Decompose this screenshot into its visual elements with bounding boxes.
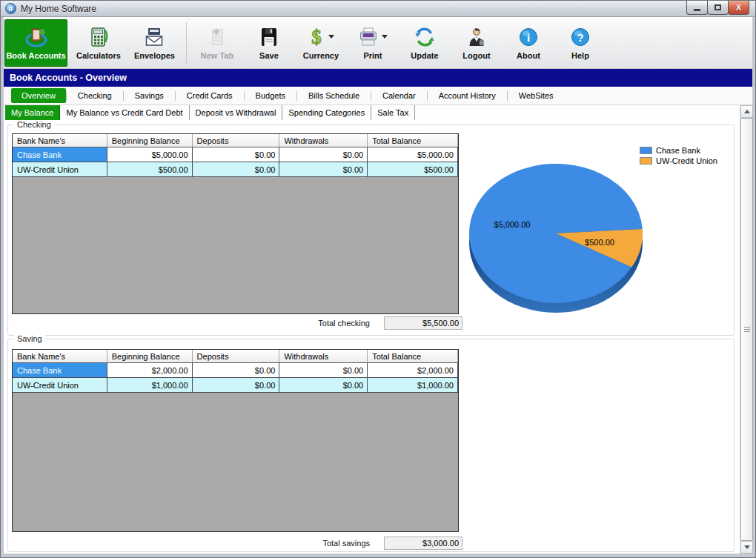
table-cell[interactable]: $0.00 (279, 363, 368, 377)
calculators-button[interactable]: Calculators (72, 19, 125, 67)
table-cell[interactable]: $0.00 (193, 363, 280, 377)
checking-group: Checking Bank Name'sBeginning BalanceDep… (7, 124, 735, 336)
table-cell[interactable]: $0.00 (193, 378, 280, 392)
currency-dropdown-arrow[interactable] (328, 35, 334, 41)
subtab-my-balance-vs-credit-card-debt[interactable]: My Balance vs Credit Card Debt (60, 105, 189, 120)
currency-button[interactable]: $ Currency (297, 19, 345, 67)
column-header[interactable]: Deposits (193, 134, 280, 147)
table-cell[interactable]: $5,000.00 (368, 147, 458, 162)
tab-checking[interactable]: Checking (67, 88, 123, 103)
tab-bills-schedule[interactable]: Bills Schedule (297, 88, 371, 103)
table-cell[interactable]: $5,000.00 (107, 147, 193, 162)
legend-item: UW-Credit Union (640, 156, 717, 165)
table-cell[interactable]: $0.00 (193, 162, 280, 176)
table-cell[interactable]: $1,000.00 (107, 378, 193, 392)
table-cell[interactable]: UW-Credit Union (13, 378, 107, 392)
toolbar-label: Help (571, 51, 589, 60)
column-header[interactable]: Deposits (193, 350, 280, 362)
print-dropdown-arrow[interactable] (382, 35, 388, 41)
table-cell[interactable]: $0.00 (279, 378, 368, 392)
update-sync-icon (414, 26, 436, 48)
column-header[interactable]: Bank Name's (13, 350, 107, 362)
window-title: My Home Software (21, 4, 96, 14)
saving-group-label: Saving (14, 334, 45, 343)
legend-item: Chase Bank (640, 146, 717, 155)
update-button[interactable]: Update (401, 19, 448, 67)
subtab-my-balance[interactable]: My Balance (5, 105, 60, 120)
subtab-spending-categories[interactable]: Spending Categories (282, 105, 371, 120)
toolbar-label: Update (411, 51, 438, 60)
checking-table[interactable]: Bank Name'sBeginning BalanceDepositsWith… (12, 133, 459, 314)
logout-person-icon (465, 26, 488, 48)
book-accounts-button[interactable]: Book Accounts (4, 19, 67, 67)
scroll-down-button[interactable] (740, 541, 753, 554)
column-header[interactable]: Total Balance (368, 350, 458, 362)
toolbar-label: About (517, 51, 540, 60)
book-accounts-icon (25, 26, 47, 48)
table-cell[interactable]: UW-Credit Union (13, 162, 107, 176)
tab-calendar[interactable]: Calendar (371, 88, 427, 103)
save-button[interactable]: Save (245, 19, 293, 67)
column-header[interactable]: Bank Name's (13, 134, 107, 147)
legend-label: Chase Bank (656, 146, 700, 155)
tab-credit-cards[interactable]: Credit Cards (176, 88, 244, 103)
table-row[interactable]: Chase Bank$5,000.00$0.00$0.00$5,000.00 (13, 147, 458, 162)
grid-empty-area (13, 393, 458, 531)
maximize-button[interactable] (707, 1, 729, 15)
section-title: Book Accounts - Overview (10, 73, 127, 83)
total-saving-field[interactable]: $3,000.00 (384, 537, 462, 550)
main-tab-bar: OverviewCheckingSavingsCredit CardsBudge… (4, 87, 752, 105)
close-button[interactable]: X (728, 1, 749, 15)
app-icon (5, 3, 16, 14)
scrollbar-thumb[interactable] (740, 118, 753, 541)
table-cell[interactable]: $500.00 (107, 162, 193, 176)
logout-button[interactable]: Logout (453, 19, 500, 67)
saving-table[interactable]: Bank Name'sBeginning BalanceDepositsWith… (12, 349, 459, 532)
toolbar-label: Currency (303, 51, 339, 60)
vertical-scrollbar[interactable] (740, 105, 752, 554)
table-cell[interactable]: Chase Bank (13, 363, 107, 377)
minimize-button[interactable] (686, 1, 708, 15)
table-cell[interactable]: $0.00 (279, 162, 368, 176)
currency-dollar-icon: $ (307, 26, 326, 48)
about-info-icon: i (517, 26, 540, 48)
new-tab-icon (206, 26, 228, 48)
column-header[interactable]: Withdrawals (279, 134, 368, 147)
table-cell[interactable]: $2,000.00 (107, 363, 193, 377)
envelopes-button[interactable]: Envelopes (130, 19, 179, 67)
tab-overview[interactable]: Overview (11, 88, 66, 103)
column-header[interactable]: Beginning Balance (107, 134, 193, 147)
tab-savings[interactable]: Savings (124, 88, 175, 103)
table-cell[interactable]: Chase Bank (13, 147, 107, 162)
total-saving-row: Total savings $3,000.00 (12, 537, 466, 551)
table-cell[interactable]: $1,000.00 (368, 378, 458, 392)
tab-account-history[interactable]: Account History (428, 88, 507, 103)
table-cell[interactable]: $2,000.00 (368, 363, 458, 377)
tab-websites[interactable]: WebSites (508, 88, 565, 103)
scroll-up-button[interactable] (740, 105, 753, 118)
saving-group: Saving Bank Name'sBeginning BalanceDepos… (7, 339, 735, 552)
print-button[interactable]: Print (349, 19, 397, 67)
checking-pie-chart: $5,000.00$500.00 (460, 140, 660, 318)
svg-text:i: i (527, 32, 530, 44)
subtab-deposit-vs-withdrawal[interactable]: Deposit vs Withdrawal (190, 105, 283, 120)
table-cell[interactable]: $500.00 (368, 162, 458, 176)
column-header[interactable]: Total Balance (368, 134, 458, 147)
table-row[interactable]: UW-Credit Union$500.00$0.00$0.00$500.00 (13, 162, 458, 177)
table-cell[interactable]: $0.00 (193, 147, 280, 162)
title-bar[interactable]: My Home Software X (1, 1, 755, 17)
table-row[interactable]: Chase Bank$2,000.00$0.00$0.00$2,000.00 (13, 363, 458, 378)
total-checking-field[interactable]: $5,500.00 (384, 316, 462, 330)
total-checking-row: Total checking $5,500.00 (12, 316, 466, 331)
help-button[interactable]: ? Help (557, 19, 604, 67)
table-row[interactable]: UW-Credit Union$1,000.00$0.00$0.00$1,000… (13, 378, 458, 393)
column-header[interactable]: Withdrawals (279, 350, 368, 362)
calculator-icon (87, 26, 110, 48)
subtab-sale-tax[interactable]: Sale Tax (371, 105, 415, 120)
table-cell[interactable]: $0.00 (279, 147, 368, 162)
tab-budgets[interactable]: Budgets (245, 88, 296, 103)
toolbar-separator (186, 22, 187, 64)
column-header[interactable]: Beginning Balance (107, 350, 193, 362)
total-saving-label: Total savings (322, 539, 370, 548)
about-button[interactable]: i About (505, 19, 552, 67)
